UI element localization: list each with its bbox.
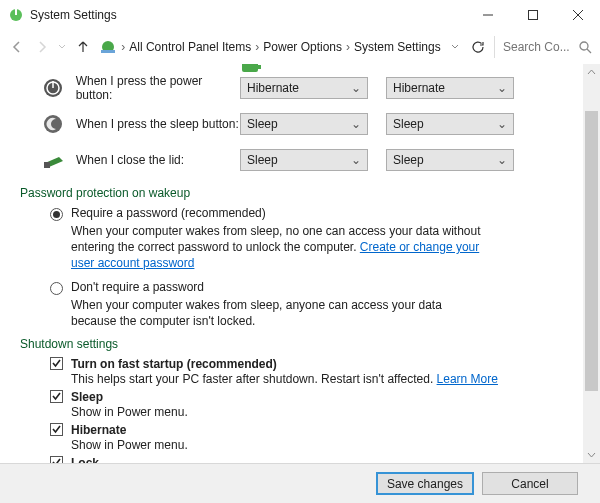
refresh-button[interactable] bbox=[469, 36, 486, 58]
sleep-checkbox[interactable]: Sleep bbox=[50, 390, 569, 404]
svg-rect-16 bbox=[44, 162, 50, 168]
chevron-down-icon: ⌄ bbox=[351, 81, 361, 95]
svg-rect-11 bbox=[258, 65, 261, 69]
up-button[interactable] bbox=[74, 36, 91, 58]
row-label: When I close the lid: bbox=[76, 153, 184, 167]
close-lid-plugged-select[interactable]: Sleep⌄ bbox=[386, 149, 514, 171]
power-button-row: When I press the power button: Hibernate… bbox=[40, 70, 569, 106]
chevron-right-icon: › bbox=[255, 40, 259, 54]
sleep-button-row: When I press the sleep button: Sleep⌄ Sl… bbox=[40, 106, 569, 142]
chevron-down-icon: ⌄ bbox=[497, 153, 507, 167]
laptop-icon bbox=[40, 147, 66, 173]
minimize-button[interactable] bbox=[465, 0, 510, 30]
lock-checkbox[interactable]: Lock bbox=[50, 456, 569, 463]
row-label: When I press the power button: bbox=[76, 74, 240, 102]
breadcrumb-dropdown[interactable] bbox=[449, 43, 461, 51]
chevron-down-icon: ⌄ bbox=[351, 117, 361, 131]
power-button-plugged-select[interactable]: Hibernate⌄ bbox=[386, 77, 514, 99]
chevron-down-icon: ⌄ bbox=[497, 81, 507, 95]
require-password-radio[interactable]: Require a password (recommended) bbox=[50, 206, 569, 221]
breadcrumb: › All Control Panel Items › Power Option… bbox=[99, 38, 440, 56]
close-lid-row: When I close the lid: Sleep⌄ Sleep⌄ bbox=[40, 142, 569, 178]
sleep-button-battery-select[interactable]: Sleep⌄ bbox=[240, 113, 368, 135]
content-area: When I press the power button: Hibernate… bbox=[0, 64, 583, 463]
svg-point-8 bbox=[580, 42, 588, 50]
checkbox-label: Hibernate bbox=[71, 423, 126, 437]
svg-rect-3 bbox=[528, 11, 537, 20]
title-bar: System Settings bbox=[0, 0, 600, 30]
battery-icon bbox=[240, 64, 266, 76]
window-controls bbox=[465, 0, 600, 30]
close-button[interactable] bbox=[555, 0, 600, 30]
breadcrumb-item[interactable]: All Control Panel Items bbox=[129, 40, 251, 54]
radio-label: Don't require a password bbox=[71, 280, 204, 294]
sleep-description: Show in Power menu. bbox=[71, 405, 569, 419]
recent-locations-dropdown[interactable] bbox=[58, 43, 66, 51]
checkbox-icon bbox=[50, 390, 63, 403]
scroll-down-button[interactable] bbox=[583, 446, 600, 463]
radio-icon bbox=[50, 282, 63, 295]
svg-rect-10 bbox=[242, 64, 258, 72]
checkbox-icon bbox=[50, 423, 63, 436]
radio-label: Require a password (recommended) bbox=[71, 206, 266, 220]
button-bar: Save changes Cancel bbox=[0, 463, 600, 503]
close-lid-battery-select[interactable]: Sleep⌄ bbox=[240, 149, 368, 171]
chevron-down-icon: ⌄ bbox=[351, 153, 361, 167]
chevron-down-icon: ⌄ bbox=[497, 117, 507, 131]
no-password-description: When your computer wakes from sleep, any… bbox=[71, 297, 489, 329]
nav-bar: › All Control Panel Items › Power Option… bbox=[0, 30, 600, 64]
chevron-right-icon: › bbox=[121, 40, 125, 54]
breadcrumb-item[interactable]: System Settings bbox=[354, 40, 441, 54]
hibernate-checkbox[interactable]: Hibernate bbox=[50, 423, 569, 437]
checkbox-label: Lock bbox=[71, 456, 99, 463]
password-section-title: Password protection on wakeup bbox=[20, 186, 569, 200]
control-panel-icon bbox=[99, 38, 117, 56]
hibernate-description: Show in Power menu. bbox=[71, 438, 569, 452]
cancel-button[interactable]: Cancel bbox=[482, 472, 578, 495]
divider bbox=[494, 36, 495, 58]
svg-rect-1 bbox=[15, 9, 17, 15]
vertical-scrollbar[interactable] bbox=[583, 64, 600, 463]
scroll-thumb[interactable] bbox=[585, 111, 598, 391]
breadcrumb-item[interactable]: Power Options bbox=[263, 40, 342, 54]
maximize-button[interactable] bbox=[510, 0, 555, 30]
svg-rect-7 bbox=[101, 50, 115, 53]
svg-line-9 bbox=[587, 49, 591, 53]
row-label: When I press the sleep button: bbox=[76, 117, 239, 131]
checkbox-label: Sleep bbox=[71, 390, 103, 404]
checkbox-label: Turn on fast startup (recommended) bbox=[71, 357, 277, 371]
checkbox-icon bbox=[50, 357, 63, 370]
back-button[interactable] bbox=[8, 36, 25, 58]
no-password-radio[interactable]: Don't require a password bbox=[50, 280, 569, 295]
scroll-track[interactable] bbox=[583, 81, 600, 446]
save-button[interactable]: Save changes bbox=[376, 472, 474, 495]
radio-icon bbox=[50, 208, 63, 221]
chevron-right-icon: › bbox=[346, 40, 350, 54]
app-icon bbox=[8, 7, 24, 23]
shutdown-section-title: Shutdown settings bbox=[20, 337, 569, 351]
power-button-battery-select[interactable]: Hibernate⌄ bbox=[240, 77, 368, 99]
window-title: System Settings bbox=[30, 8, 465, 22]
fast-startup-checkbox[interactable]: Turn on fast startup (recommended) bbox=[50, 357, 569, 371]
search-box[interactable] bbox=[503, 40, 592, 54]
fast-startup-description: This helps start your PC faster after sh… bbox=[71, 372, 569, 386]
require-password-description: When your computer wakes from sleep, no … bbox=[71, 223, 489, 272]
power-icon bbox=[40, 75, 66, 101]
search-icon bbox=[579, 41, 592, 54]
search-input[interactable] bbox=[503, 40, 573, 54]
learn-more-link[interactable]: Learn More bbox=[437, 372, 498, 386]
moon-icon bbox=[40, 111, 66, 137]
scroll-up-button[interactable] bbox=[583, 64, 600, 81]
forward-button[interactable] bbox=[33, 36, 50, 58]
sleep-button-plugged-select[interactable]: Sleep⌄ bbox=[386, 113, 514, 135]
